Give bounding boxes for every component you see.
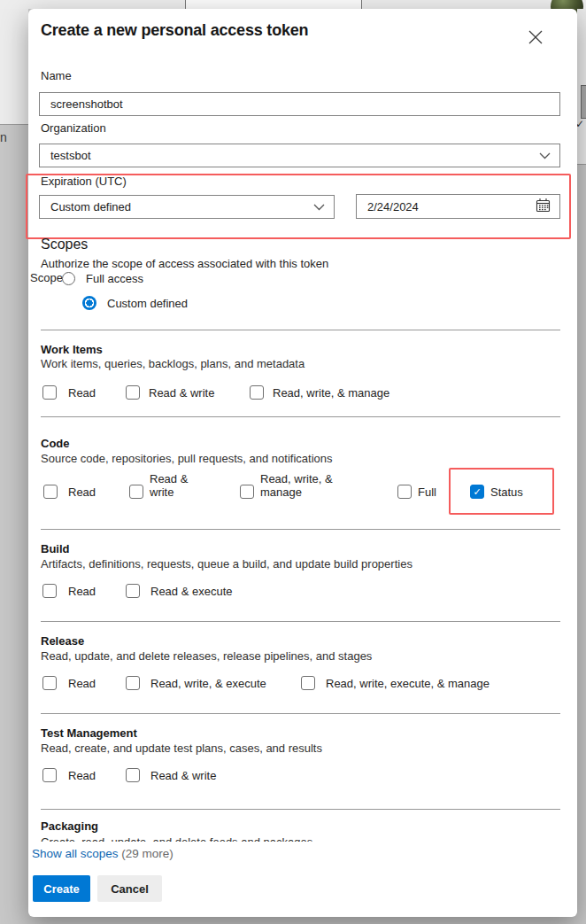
scope-section-description: Source code, repositories, pull requests… (41, 452, 333, 465)
scope-checkbox-label: Read (68, 769, 96, 782)
scope-section-title: Work Items (41, 343, 103, 356)
scope-section-title: Release (41, 634, 84, 648)
scopes-subtitle: Authorize the scope of access associated… (41, 257, 328, 270)
radio-full-access-label: Full access (86, 272, 143, 285)
expiration-label: Expiration (UTC) (41, 175, 127, 188)
scope-checkbox-label: Read & execute (150, 585, 233, 598)
name-input[interactable] (39, 92, 560, 116)
footer-links: Show all scopes (29 more) (32, 847, 173, 860)
name-label: Name (41, 69, 72, 82)
more-count: (29 more) (121, 847, 173, 860)
organization-select[interactable]: testsbot (39, 144, 560, 167)
organization-value: testsbot (50, 149, 539, 162)
scope-section-description: Work items, queries, backlogs, plans, an… (41, 357, 305, 370)
scope-checkbox-release-1[interactable] (126, 676, 140, 690)
scope-section-title: Packaging (41, 819, 98, 833)
scope-section-description: Read, create, and update test plans, cas… (41, 742, 322, 755)
divider (41, 330, 560, 330)
scope-checkbox-label: Read (68, 386, 96, 400)
scope-section-description: Create, read, update, and delete feeds a… (41, 835, 312, 842)
scope-checkbox-code-0[interactable] (43, 485, 58, 499)
checkmark-icon: ✓ (473, 487, 481, 497)
close-icon (527, 28, 544, 49)
background-form-fragment (581, 85, 586, 119)
scope-checkbox-build-0[interactable] (42, 584, 57, 598)
background-divider (0, 124, 28, 125)
scope-checkbox-label: Read & write (150, 769, 216, 782)
scope-checkbox-label: Full (418, 485, 436, 499)
scope-checkbox-label: Read (68, 585, 96, 598)
scope-checkbox-label: Read, write, & execute (150, 677, 266, 690)
cancel-button[interactable]: Cancel (97, 875, 162, 902)
scope-section-title: Build (41, 542, 70, 555)
divider (41, 713, 560, 714)
scopes-heading: Scopes (41, 237, 88, 252)
expiration-preset-select[interactable]: Custom defined (39, 195, 335, 219)
scope-checkbox-label: Read (68, 677, 96, 690)
scope-section-description: Artifacts, definitions, requests, queue … (41, 557, 413, 571)
radio-custom-defined[interactable] (82, 296, 96, 310)
scope-checkbox-label: Read, write, execute, & manage (326, 677, 490, 690)
organization-label: Organization (41, 121, 106, 135)
background-divider (577, 164, 586, 165)
scope-checkbox-label: Read (68, 485, 96, 499)
divider (41, 809, 560, 810)
expiration-date-value: 2/24/2024 (367, 200, 536, 214)
scope-checkbox-work-items-2[interactable] (250, 385, 264, 400)
scope-checkbox-code-2[interactable] (240, 485, 254, 499)
scope-checkbox-label: Read & write (149, 386, 214, 400)
scope-checkbox-label: Read, write, & manage (260, 472, 351, 499)
background-text-fragment: n (0, 130, 7, 144)
radio-full-access[interactable] (62, 272, 75, 285)
scope-section-description: Read, update, and delete releases, relea… (41, 649, 372, 663)
dialog-title: Create a new personal access token (41, 21, 308, 40)
divider (41, 529, 560, 530)
background-left-panel (0, 9, 28, 124)
scope-checkbox-code-3[interactable] (397, 485, 412, 499)
expiration-date-input[interactable]: 2/24/2024 (356, 194, 560, 219)
chevron-down-icon (539, 149, 551, 162)
scope-checkbox-code-4[interactable]: ✓ (470, 485, 484, 499)
create-button[interactable]: Create (33, 875, 90, 902)
divider (41, 416, 560, 417)
calendar-icon[interactable] (536, 198, 551, 215)
create-pat-dialog: Create a new personal access token Name … (28, 9, 577, 917)
show-all-scopes-link[interactable]: Show all scopes (32, 847, 119, 860)
scope-section-title: Test Management (41, 726, 137, 740)
chevron-down-icon (313, 200, 325, 214)
scope-checkbox-build-1[interactable] (126, 584, 140, 598)
scope-checkbox-test-management-1[interactable] (126, 768, 140, 782)
scope-checkbox-code-1[interactable] (129, 485, 143, 499)
divider (41, 621, 560, 622)
scope-checkbox-label: Read, write, & manage (273, 386, 389, 400)
scope-checkbox-release-0[interactable] (42, 676, 57, 690)
scope-checkbox-label: Status (490, 485, 523, 499)
scope-checkbox-work-items-0[interactable] (42, 385, 57, 400)
scope-checkbox-test-management-0[interactable] (42, 768, 57, 782)
scope-section-title: Code (41, 437, 70, 450)
radio-custom-defined-label: Custom defined (107, 297, 188, 310)
scope-checkbox-work-items-1[interactable] (126, 385, 140, 400)
scope-checkbox-label: Read & write (150, 472, 204, 499)
scope-checkbox-release-2[interactable] (301, 676, 315, 690)
expiration-preset-value: Custom defined (50, 200, 313, 214)
close-button[interactable] (524, 27, 547, 50)
